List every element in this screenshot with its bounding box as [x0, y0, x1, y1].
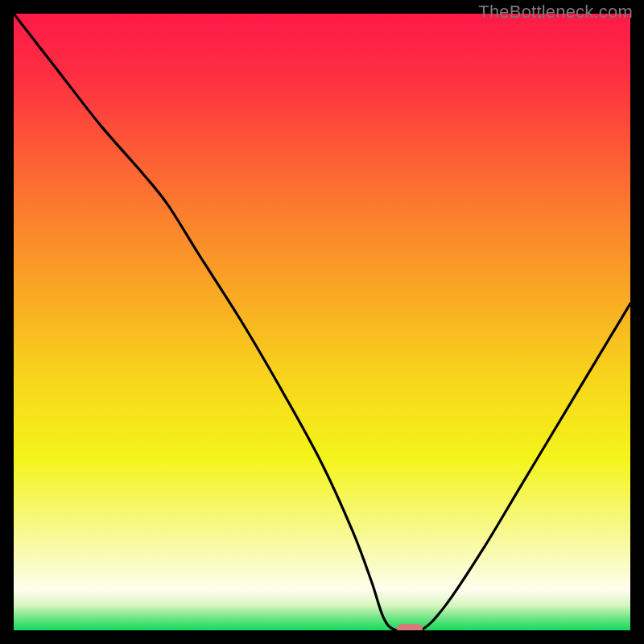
- plot-area: [14, 14, 630, 630]
- minimum-marker: [397, 624, 423, 630]
- chart-svg: [14, 14, 630, 630]
- chart-frame: TheBottleneck.com: [0, 0, 644, 644]
- gradient-background: [14, 14, 630, 630]
- watermark-text: TheBottleneck.com: [478, 2, 633, 23]
